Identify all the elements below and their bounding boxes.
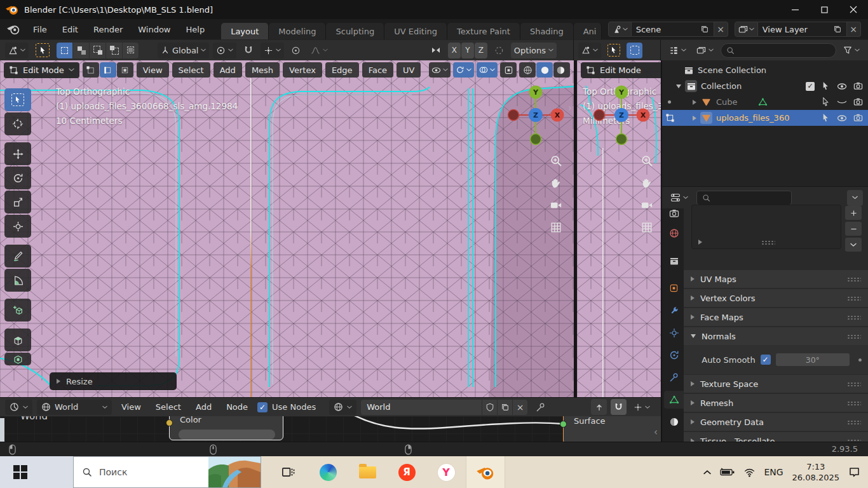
camera-view-icon[interactable]: [550, 199, 562, 212]
panel-normals[interactable]: Normals: [684, 327, 868, 345]
snap-target-dropdown[interactable]: [261, 43, 284, 58]
menu-add[interactable]: Add: [191, 402, 217, 412]
panel-grip-icon[interactable]: [847, 315, 861, 320]
options-dropdown[interactable]: Options: [511, 43, 557, 58]
select-box-tool-button[interactable]: [627, 43, 642, 58]
decorator-dot-icon[interactable]: [858, 358, 862, 362]
tab-material[interactable]: [664, 413, 684, 431]
search-highlight-image[interactable]: [208, 457, 261, 487]
selectable-cursor-icon[interactable]: [821, 81, 831, 91]
proportional-editing-toggle[interactable]: [288, 43, 304, 58]
tool-transform[interactable]: [4, 215, 31, 238]
region-arrow-icon[interactable]: [578, 102, 581, 114]
file-explorer-button[interactable]: [348, 456, 387, 488]
collection-checkbox[interactable]: [806, 82, 815, 91]
panel-grip-icon[interactable]: [847, 296, 861, 301]
tab-shading[interactable]: Shading: [520, 23, 574, 39]
vertex-group-list[interactable]: [691, 205, 841, 249]
mirror-x-button[interactable]: X: [448, 43, 461, 58]
tool-annotate[interactable]: [4, 245, 31, 268]
outliner-row-cube[interactable]: Cube: [662, 94, 868, 110]
transform-orientation-dropdown[interactable]: Global: [158, 43, 209, 58]
task-view-button[interactable]: [269, 456, 308, 488]
panel-geometry-data[interactable]: Geometry Data: [684, 413, 868, 431]
tool-measure[interactable]: [4, 269, 31, 292]
disclosure-triangle-icon[interactable]: [676, 85, 681, 88]
panel-tissue-tessellate[interactable]: Tissue - Tessellate: [684, 432, 868, 442]
menu-mesh[interactable]: Mesh: [245, 62, 280, 78]
tab-sculpting[interactable]: Sculpting: [326, 23, 384, 39]
shading-material-button[interactable]: [553, 62, 570, 78]
tab-texture-paint[interactable]: Texture Paint: [447, 23, 520, 39]
use-nodes-checkbox[interactable]: [257, 402, 268, 412]
world-browse-dropdown[interactable]: [329, 400, 356, 415]
world-name-field[interactable]: World: [361, 400, 482, 415]
pan-hand-icon[interactable]: [550, 177, 562, 189]
menu-render[interactable]: Render: [86, 19, 130, 39]
properties-options-dropdown[interactable]: [847, 190, 863, 206]
copy-icon[interactable]: [700, 25, 709, 34]
properties-search-input[interactable]: [696, 191, 792, 205]
snap-node-dropdown[interactable]: [630, 399, 653, 415]
y-app-button[interactable]: Y: [426, 456, 466, 488]
edge-select-button[interactable]: [100, 62, 116, 78]
snap-toggle[interactable]: [611, 399, 627, 415]
snap-projection-toggle[interactable]: [491, 43, 507, 58]
shader-type-dropdown[interactable]: World: [37, 400, 112, 415]
yandex-browser-button[interactable]: Я: [387, 456, 426, 488]
pivot-point-dropdown[interactable]: [213, 43, 236, 58]
menu-uv[interactable]: UV: [397, 62, 421, 78]
auto-smooth-angle-field[interactable]: 30°: [776, 353, 850, 366]
panel-grip-icon[interactable]: [847, 277, 861, 281]
pan-hand-icon[interactable]: [641, 177, 653, 189]
add-item-button[interactable]: [845, 206, 862, 220]
disclosure-triangle-icon[interactable]: [693, 116, 696, 121]
tab-modifiers[interactable]: [664, 302, 684, 320]
gizmos-toggle[interactable]: [453, 62, 474, 78]
selectable-cursor-icon[interactable]: [821, 97, 831, 107]
outliner-search-input[interactable]: [721, 43, 836, 58]
select-extend-button[interactable]: [73, 43, 89, 58]
panel-vertex-colors[interactable]: Vertex Colors: [684, 289, 868, 307]
tab-layout[interactable]: Layout: [221, 23, 269, 39]
menu-edit[interactable]: Edit: [55, 19, 86, 39]
auto-smooth-checkbox[interactable]: [761, 355, 771, 365]
strength-field[interactable]: [179, 430, 275, 440]
tab-constraints[interactable]: [664, 369, 684, 386]
tab-output[interactable]: [664, 252, 684, 270]
menu-edge[interactable]: Edge: [325, 62, 359, 78]
tab-world[interactable]: [664, 224, 684, 242]
tool-extrude-region[interactable]: [4, 329, 31, 351]
disclosure-triangle-icon[interactable]: [693, 100, 696, 105]
parent-node-tree-button[interactable]: [591, 399, 607, 415]
surface-input-socket[interactable]: [560, 421, 567, 428]
copy-icon[interactable]: [833, 25, 842, 34]
camera-render-icon[interactable]: [853, 97, 863, 107]
tray-expand-icon[interactable]: [703, 470, 711, 475]
outliner-row-collection[interactable]: Collection: [662, 78, 868, 94]
xray-toggle[interactable]: [500, 62, 517, 78]
color-input-socket[interactable]: [166, 419, 173, 426]
clock[interactable]: 7:13 26.08.2025: [792, 461, 839, 483]
properties-display-dropdown[interactable]: [667, 190, 691, 206]
mode-dropdown[interactable]: Edit Mode: [581, 62, 661, 78]
tab-modeling[interactable]: Modeling: [269, 23, 326, 39]
battery-icon[interactable]: [720, 468, 735, 477]
view-layer-browse-button[interactable]: [735, 22, 758, 37]
outliner-display-mode-dropdown[interactable]: [666, 43, 689, 58]
tab-object-data[interactable]: [664, 391, 684, 409]
navigation-gizmo[interactable]: Y X Z: [506, 83, 565, 149]
snap-toggle[interactable]: [240, 43, 257, 58]
notification-center-icon[interactable]: [848, 466, 860, 478]
panel-uv-maps[interactable]: UV Maps: [684, 270, 868, 288]
wifi-icon[interactable]: [744, 468, 755, 477]
tool-cursor[interactable]: [4, 112, 31, 135]
tool-rotate[interactable]: [4, 166, 31, 189]
camera-render-icon[interactable]: [853, 113, 863, 123]
start-button[interactable]: [0, 456, 73, 488]
eye-icon[interactable]: [837, 113, 847, 123]
remove-item-button[interactable]: [845, 222, 862, 236]
region-arrow-icon[interactable]: [654, 426, 658, 438]
mirror-y-button[interactable]: Y: [461, 43, 474, 58]
gizmo-neg-y[interactable]: [531, 134, 541, 145]
